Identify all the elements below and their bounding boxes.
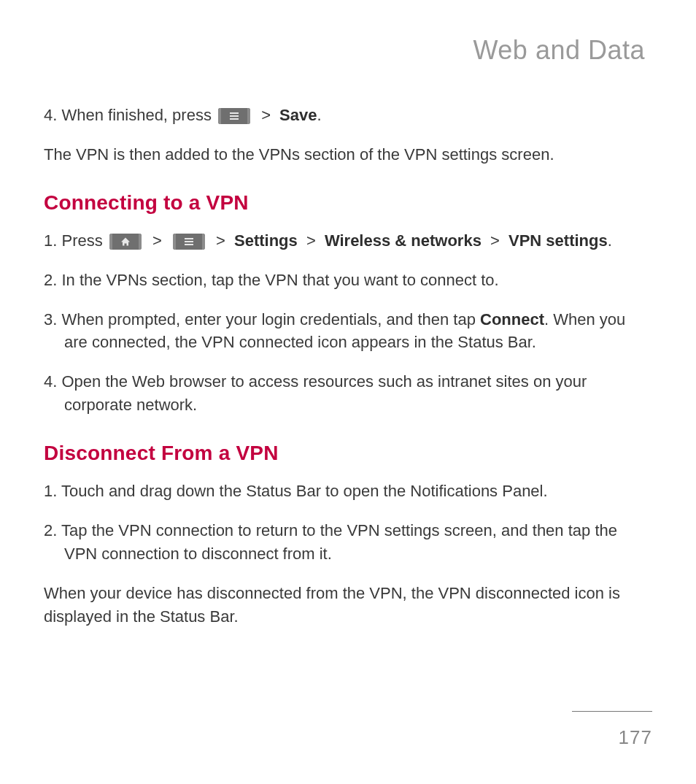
text: 4. When finished, press bbox=[44, 106, 216, 124]
wireless-label: Wireless & networks bbox=[325, 231, 482, 250]
menu-key-icon bbox=[218, 108, 250, 124]
settings-label: Settings bbox=[234, 231, 298, 250]
page-header: Web and Data bbox=[44, 35, 652, 66]
disconnect-following: When your device has disconnected from t… bbox=[44, 582, 652, 629]
connect-step-1: 1. Press > > Settings > Wireless & netwo… bbox=[44, 229, 652, 253]
heading-disconnect: Disconnect From a VPN bbox=[44, 442, 652, 465]
svg-rect-0 bbox=[230, 112, 239, 114]
period: . bbox=[608, 231, 612, 250]
menu-key-icon bbox=[173, 234, 205, 250]
separator: > bbox=[257, 106, 279, 124]
connect-step-2: 2. In the VPNs section, tap the VPN that… bbox=[44, 269, 652, 292]
vpn-settings-label: VPN settings bbox=[509, 231, 608, 250]
period: . bbox=[317, 106, 322, 124]
separator: > bbox=[212, 231, 234, 250]
connect-step-3: 3. When prompted, enter your login crede… bbox=[44, 308, 652, 355]
svg-rect-1 bbox=[230, 115, 239, 117]
connect-step-4: 4. Open the Web browser to access resour… bbox=[44, 370, 652, 417]
disconnect-step-2: 2. Tap the VPN connection to return to t… bbox=[44, 519, 652, 566]
separator: > bbox=[148, 231, 171, 250]
disconnect-step-1: 1. Touch and drag down the Status Bar to… bbox=[44, 480, 652, 503]
heading-connecting: Connecting to a VPN bbox=[44, 191, 652, 215]
connect-label: Connect bbox=[480, 310, 544, 328]
svg-rect-3 bbox=[185, 238, 193, 239]
separator: > bbox=[302, 231, 325, 250]
svg-rect-2 bbox=[230, 118, 239, 120]
text: 1. Press bbox=[44, 231, 107, 250]
svg-rect-4 bbox=[185, 241, 193, 242]
save-label: Save bbox=[279, 106, 317, 124]
home-key-icon bbox=[109, 234, 142, 250]
footer-rule bbox=[572, 711, 652, 712]
page-footer: 177 bbox=[572, 711, 652, 749]
separator: > bbox=[486, 231, 509, 250]
intro-step-4: 4. When finished, press > Save. bbox=[44, 104, 652, 127]
intro-following: The VPN is then added to the VPNs sectio… bbox=[44, 143, 652, 166]
svg-rect-5 bbox=[185, 244, 193, 245]
text: 3. When prompted, enter your login crede… bbox=[44, 310, 480, 328]
page-number: 177 bbox=[572, 726, 652, 749]
